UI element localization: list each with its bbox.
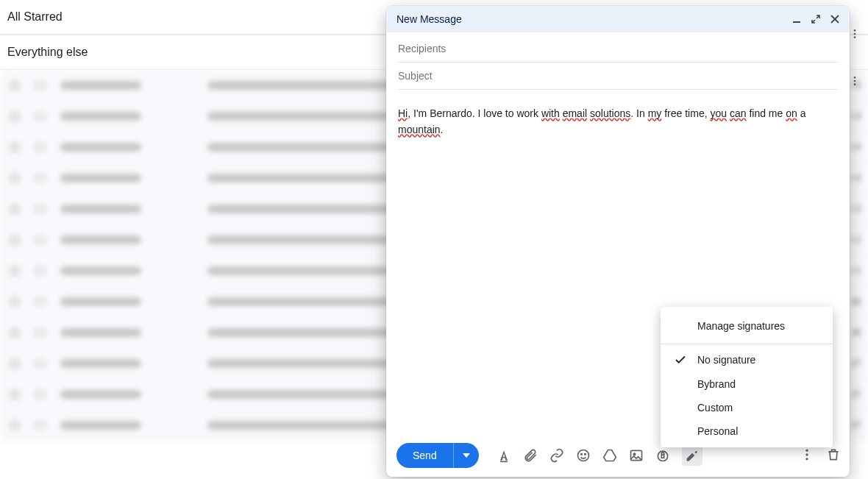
- svg-marker-0: [10, 79, 21, 90]
- more-vert-icon[interactable]: [847, 74, 862, 88]
- star-icon[interactable]: [7, 325, 22, 340]
- svg-point-16: [854, 80, 856, 82]
- star-icon[interactable]: [7, 109, 22, 124]
- svg-rect-30: [661, 455, 664, 458]
- subject-field[interactable]: Subject: [398, 63, 838, 90]
- compose-header[interactable]: New Message: [386, 6, 850, 32]
- svg-marker-5: [10, 234, 21, 244]
- svg-marker-8: [10, 327, 21, 337]
- svg-point-23: [577, 450, 588, 461]
- svg-point-12: [854, 29, 856, 32]
- star-icon[interactable]: [7, 387, 22, 402]
- confidential-icon[interactable]: [655, 448, 670, 463]
- star-icon[interactable]: [7, 202, 22, 216]
- check-icon: [674, 353, 691, 366]
- signature-option-bybrand[interactable]: Bybrand: [661, 372, 833, 396]
- signature-option-custom[interactable]: Custom: [661, 396, 833, 419]
- svg-point-28: [633, 453, 636, 455]
- svg-point-15: [854, 77, 856, 79]
- signature-option-none[interactable]: No signature: [661, 347, 833, 372]
- close-icon[interactable]: [830, 15, 839, 24]
- svg-point-31: [805, 449, 808, 451]
- more-options-icon[interactable]: [800, 447, 814, 464]
- label-icon[interactable]: [34, 263, 49, 278]
- row-overflow-column: [847, 26, 862, 88]
- star-icon[interactable]: [7, 418, 22, 433]
- svg-marker-4: [10, 203, 21, 213]
- send-more-button[interactable]: [454, 443, 479, 468]
- signature-popover: Manage signatures No signature Bybrand C…: [661, 307, 833, 447]
- label-icon[interactable]: [34, 171, 49, 185]
- svg-point-32: [805, 453, 808, 455]
- svg-point-24: [580, 454, 582, 455]
- star-icon[interactable]: [7, 78, 22, 93]
- discard-draft-icon[interactable]: [826, 447, 841, 464]
- label-icon[interactable]: [34, 387, 49, 402]
- attach-icon[interactable]: [523, 448, 538, 463]
- svg-marker-9: [10, 358, 21, 368]
- send-button[interactable]: Send: [396, 443, 454, 468]
- signature-icon[interactable]: [682, 445, 702, 466]
- star-icon[interactable]: [7, 171, 22, 185]
- signature-option-label: Bybrand: [697, 378, 736, 390]
- svg-rect-22: [500, 461, 508, 463]
- svg-point-25: [584, 454, 586, 455]
- svg-marker-3: [10, 172, 21, 182]
- signature-option-label: No signature: [697, 354, 755, 366]
- label-icon[interactable]: [34, 78, 49, 93]
- label-icon[interactable]: [34, 418, 49, 433]
- label-icon[interactable]: [34, 109, 49, 124]
- image-icon[interactable]: [629, 448, 644, 463]
- star-icon[interactable]: [7, 140, 22, 155]
- signature-option-personal[interactable]: Personal: [661, 419, 833, 443]
- svg-marker-26: [603, 450, 616, 461]
- fullscreen-icon[interactable]: [811, 15, 820, 24]
- label-icon[interactable]: [34, 202, 49, 216]
- link-icon[interactable]: [549, 448, 564, 463]
- minimize-icon[interactable]: [792, 15, 801, 24]
- star-icon[interactable]: [7, 356, 22, 371]
- svg-marker-7: [10, 296, 21, 306]
- recipients-field[interactable]: Recipients: [398, 35, 838, 63]
- signature-option-label: Custom: [697, 402, 733, 414]
- star-icon[interactable]: [7, 294, 22, 309]
- label-icon[interactable]: [34, 294, 49, 309]
- compose-title: New Message: [396, 13, 462, 25]
- svg-point-14: [854, 36, 856, 38]
- svg-point-17: [854, 83, 856, 85]
- signature-option-label: Personal: [697, 425, 738, 437]
- svg-marker-10: [10, 388, 21, 399]
- svg-marker-6: [10, 265, 21, 275]
- svg-marker-2: [10, 141, 21, 152]
- label-icon[interactable]: [34, 140, 49, 155]
- svg-point-13: [854, 33, 856, 35]
- svg-marker-21: [463, 453, 470, 458]
- star-icon[interactable]: [7, 233, 22, 247]
- star-icon[interactable]: [7, 263, 22, 278]
- drive-icon[interactable]: [602, 448, 617, 463]
- emoji-icon[interactable]: [576, 448, 591, 463]
- label-icon[interactable]: [34, 325, 49, 340]
- formatting-icon[interactable]: [497, 448, 511, 463]
- more-vert-icon[interactable]: [847, 26, 862, 41]
- label-icon[interactable]: [34, 233, 49, 247]
- label-icon[interactable]: [34, 356, 49, 371]
- manage-signatures[interactable]: Manage signatures: [661, 311, 833, 341]
- svg-marker-11: [10, 419, 21, 430]
- svg-point-33: [805, 458, 808, 460]
- svg-marker-1: [10, 110, 21, 121]
